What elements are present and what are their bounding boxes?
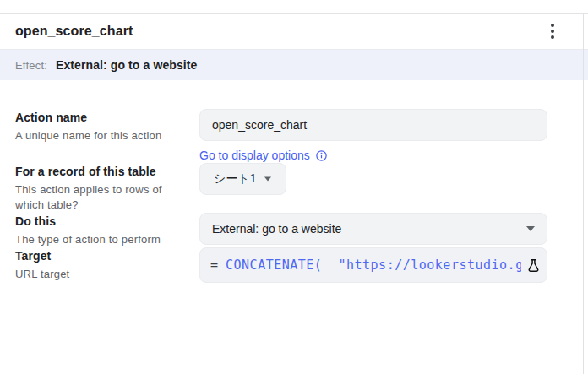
effect-value: External: go to a website xyxy=(56,58,197,72)
action-name-row: Action name A unique name for this actio… xyxy=(0,109,588,163)
display-options-link[interactable]: Go to display options xyxy=(199,149,328,162)
table-label-group: For a record of this table This action a… xyxy=(15,163,199,213)
effect-label: Effect: xyxy=(15,59,47,72)
table-select[interactable]: シート1 xyxy=(199,163,286,195)
do-this-select[interactable]: External: go to a website xyxy=(199,213,547,245)
table-select-value: シート1 xyxy=(214,171,256,187)
action-name-input[interactable] xyxy=(199,109,547,141)
kebab-menu-icon[interactable] xyxy=(539,18,566,45)
do-this-row: Do this The type of action to perform Ex… xyxy=(0,213,588,247)
action-config-form: Action name A unique name for this actio… xyxy=(0,80,588,283)
top-divider xyxy=(0,0,588,14)
info-icon[interactable] xyxy=(315,149,328,162)
target-field-col: = CONCATENATE( "https://lookerstudio.g xyxy=(199,247,547,283)
do-this-label: Do this xyxy=(15,214,184,228)
panel-right-divider xyxy=(583,14,584,374)
do-this-description: The type of action to perform xyxy=(15,232,184,247)
kebab-dot xyxy=(551,30,554,33)
action-name-description: A unique name for this action xyxy=(15,128,184,144)
target-formula-field[interactable]: = CONCATENATE( "https://lookerstudio.g xyxy=(199,247,547,283)
target-row: Target URL target = CONCATENATE( "https:… xyxy=(0,247,588,283)
table-row: For a record of this table This action a… xyxy=(0,163,588,213)
table-label: For a record of this table xyxy=(15,165,184,178)
action-name-label: Action name xyxy=(15,111,184,124)
effect-bar: Effect: External: go to a website xyxy=(0,50,588,80)
target-label-group: Target URL target xyxy=(15,247,199,282)
expression-flask-icon[interactable] xyxy=(525,257,541,273)
formula-equals: = xyxy=(210,257,218,273)
kebab-dot xyxy=(551,24,554,27)
formula-expression: CONCATENATE( "https://lookerstudio.g xyxy=(226,257,521,273)
chevron-down-icon xyxy=(526,226,535,231)
do-this-label-group: Do this The type of action to perform xyxy=(15,213,199,247)
action-name-field-col: Go to display options xyxy=(199,109,547,163)
do-this-field-col: External: go to a website xyxy=(199,213,547,245)
table-description: This action applies to rows of which tab… xyxy=(15,182,184,213)
target-description: URL target xyxy=(15,267,184,282)
target-label: Target xyxy=(15,249,184,263)
kebab-dot xyxy=(551,35,554,39)
action-name-label-group: Action name A unique name for this actio… xyxy=(15,109,199,144)
page-title: open_score_chart xyxy=(15,24,133,39)
table-field-col: シート1 xyxy=(199,163,547,195)
chevron-down-icon xyxy=(264,177,271,182)
do-this-select-value: External: go to a website xyxy=(212,222,341,236)
display-options-link-label: Go to display options xyxy=(199,149,310,162)
panel-header: open_score_chart xyxy=(0,14,588,50)
